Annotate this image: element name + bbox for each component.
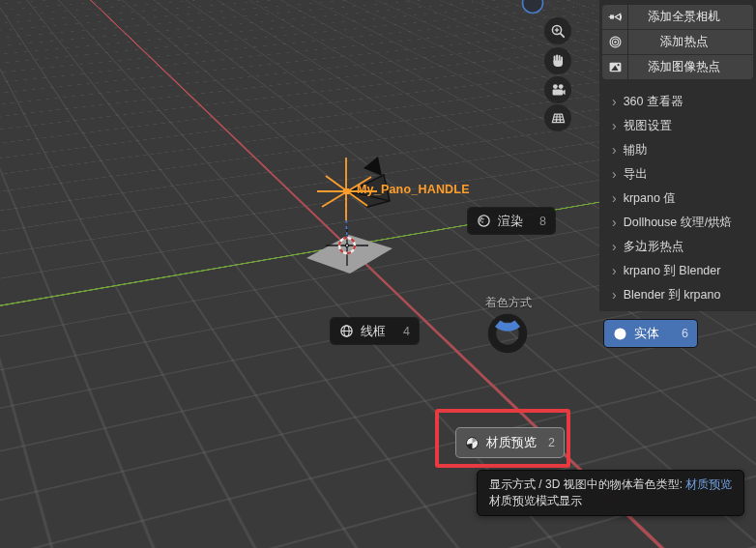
pie-item-solid[interactable]: 实体 6 <box>604 320 697 347</box>
camera-view-icon <box>550 82 567 99</box>
add-panorama-camera-button[interactable]: 添加全景相机 <box>602 5 753 29</box>
image-hotspot-icon <box>602 55 628 79</box>
chevron-right-icon: › <box>612 288 617 302</box>
sidebar-panel: 添加全景相机 添加热点 <box>599 0 756 311</box>
orthographic-toggle-button[interactable] <box>544 104 571 131</box>
section-krpano-values[interactable]: › krpano 值 <box>599 187 756 211</box>
section-label: 视图设置 <box>624 118 672 134</box>
rendered-sphere-icon <box>477 214 491 228</box>
action-button-label: 添加热点 <box>628 30 753 54</box>
chevron-right-icon: › <box>612 167 617 181</box>
section-blender-to-krpano[interactable]: › Blender 到 krpano <box>599 283 756 307</box>
orthographic-grid-icon <box>550 110 567 127</box>
pie-item-label: 渲染 <box>498 213 523 230</box>
action-button-label: 添加图像热点 <box>628 55 753 79</box>
tooltip-value-highlight: 材质预览 <box>685 477 732 491</box>
pie-item-shortcut: 6 <box>682 327 688 340</box>
wireframe-sphere-icon <box>339 324 354 338</box>
panorama-camera-icon <box>602 5 628 29</box>
chevron-right-icon: › <box>612 264 617 277</box>
section-label: krpano 值 <box>624 190 676 207</box>
solid-sphere-icon <box>613 327 627 341</box>
sidebar-action-group: 添加全景相机 添加热点 <box>599 0 756 79</box>
pie-item-render[interactable]: 渲染 8 <box>468 208 555 234</box>
zoom-button[interactable] <box>544 17 571 44</box>
section-view-settings[interactable]: › 视图设置 <box>599 114 756 138</box>
pie-item-wireframe[interactable]: 线框 4 <box>331 318 419 344</box>
add-hotspot-button[interactable]: 添加热点 <box>602 30 753 54</box>
zoom-in-magnifier-icon <box>550 23 567 40</box>
tooltip: 显示方式 / 3D 视图中的物体着色类型: 材质预览 材质预览模式显示 <box>477 470 744 516</box>
blender-3d-viewport: My_Pano_HANDLE <box>0 0 756 548</box>
annotation-highlight-rectangle <box>435 409 570 468</box>
section-auxiliary[interactable]: › 辅助 <box>599 138 756 162</box>
pie-center-indicator <box>484 311 531 358</box>
pie-highlight-arc <box>498 324 518 328</box>
pie-item-shortcut: 4 <box>403 325 410 338</box>
camera-view-button[interactable] <box>544 76 571 103</box>
section-label: Blender 到 krpano <box>624 287 721 303</box>
tooltip-line1: 显示方式 / 3D 视图中的物体着色类型: 材质预览 <box>489 476 732 493</box>
section-label: 多边形热点 <box>624 239 684 255</box>
section-label: 辅助 <box>624 142 648 159</box>
section-dollhouse-bake[interactable]: › Dollhouse 纹理/烘焙 <box>599 211 756 235</box>
section-krpano-to-blender[interactable]: › krpano 到 Blender <box>599 259 756 283</box>
section-label: 导出 <box>624 166 648 183</box>
action-button-label: 添加全景相机 <box>628 5 753 29</box>
section-label: 360 查看器 <box>624 94 683 110</box>
tooltip-line2: 材质预览模式显示 <box>489 493 732 509</box>
sidebar-sections: › 360 查看器 › 视图设置 › 辅助 › 导出 › krpano 值 › … <box>599 90 756 307</box>
navigation-gizmo-sphere[interactable] <box>523 0 543 14</box>
chevron-right-icon: › <box>612 191 617 205</box>
pan-button[interactable] <box>544 47 571 74</box>
plane-object[interactable] <box>306 235 393 274</box>
section-export[interactable]: › 导出 <box>599 162 756 187</box>
chevron-right-icon: › <box>612 216 617 229</box>
camera-object[interactable] <box>350 157 390 207</box>
pie-item-label: 线框 <box>361 323 386 340</box>
section-label: krpano 到 Blender <box>624 263 721 279</box>
section-polygon-hotspot[interactable]: › 多边形热点 <box>599 235 756 259</box>
pie-item-shortcut: 8 <box>539 215 546 228</box>
add-image-hotspot-button[interactable]: 添加图像热点 <box>602 55 753 79</box>
pie-item-label: 实体 <box>634 325 659 342</box>
chevron-right-icon: › <box>612 95 617 108</box>
section-label: Dollhouse 纹理/烘焙 <box>624 215 733 231</box>
hotspot-rings-icon <box>602 30 628 54</box>
chevron-right-icon: › <box>612 143 617 157</box>
object-name-label: My_Pano_HANDLE <box>357 183 470 196</box>
pie-menu-title: 着色方式 <box>451 295 567 311</box>
chevron-right-icon: › <box>612 240 617 253</box>
pan-hand-icon <box>550 53 566 69</box>
section-360-viewer[interactable]: › 360 查看器 <box>599 90 756 114</box>
chevron-right-icon: › <box>612 119 617 132</box>
